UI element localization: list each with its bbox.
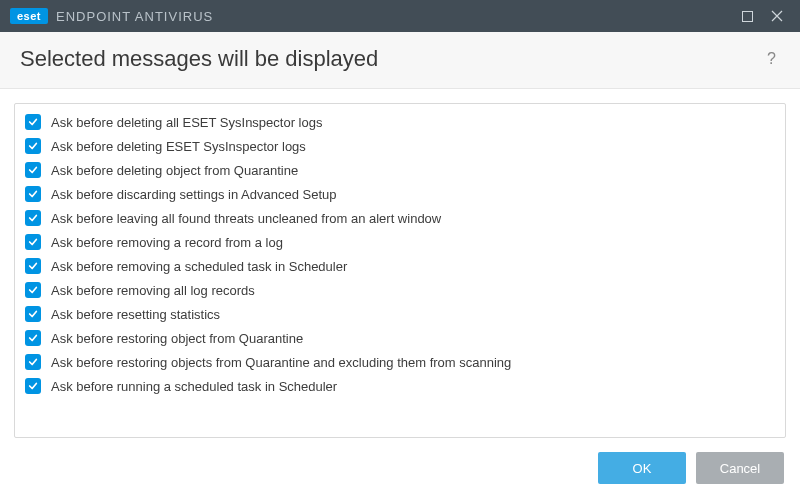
list-item[interactable]: Ask before restoring objects from Quaran…	[19, 350, 781, 374]
checkbox[interactable]	[25, 258, 41, 274]
list-item-label: Ask before deleting ESET SysInspector lo…	[51, 139, 306, 154]
list-item-label: Ask before removing all log records	[51, 283, 255, 298]
list-item-label: Ask before deleting object from Quaranti…	[51, 163, 298, 178]
list-item-label: Ask before running a scheduled task in S…	[51, 379, 337, 394]
list-item-label: Ask before removing a scheduled task in …	[51, 259, 347, 274]
cancel-button[interactable]: Cancel	[696, 452, 784, 484]
list-item[interactable]: Ask before removing a record from a log	[19, 230, 781, 254]
maximize-button[interactable]	[732, 0, 762, 32]
brand-badge: eset	[10, 8, 48, 24]
list-item[interactable]: Ask before removing all log records	[19, 278, 781, 302]
check-icon	[28, 189, 38, 199]
list-item[interactable]: Ask before deleting all ESET SysInspecto…	[19, 110, 781, 134]
checkbox[interactable]	[25, 114, 41, 130]
footer: OK Cancel	[0, 438, 800, 500]
checkbox[interactable]	[25, 162, 41, 178]
list-item[interactable]: Ask before removing a scheduled task in …	[19, 254, 781, 278]
list-item[interactable]: Ask before deleting object from Quaranti…	[19, 158, 781, 182]
message-list[interactable]: Ask before deleting all ESET SysInspecto…	[14, 103, 786, 438]
check-icon	[28, 213, 38, 223]
check-icon	[28, 309, 38, 319]
list-item[interactable]: Ask before deleting ESET SysInspector lo…	[19, 134, 781, 158]
checkbox[interactable]	[25, 210, 41, 226]
check-icon	[28, 381, 38, 391]
close-icon	[771, 10, 783, 22]
titlebar: eset ENDPOINT ANTIVIRUS	[0, 0, 800, 32]
list-item-label: Ask before removing a record from a log	[51, 235, 283, 250]
list-item[interactable]: Ask before discarding settings in Advanc…	[19, 182, 781, 206]
checkbox[interactable]	[25, 306, 41, 322]
content: Ask before deleting all ESET SysInspecto…	[0, 89, 800, 438]
check-icon	[28, 261, 38, 271]
ok-button[interactable]: OK	[598, 452, 686, 484]
list-item-label: Ask before leaving all found threats unc…	[51, 211, 441, 226]
checkbox[interactable]	[25, 138, 41, 154]
checkbox[interactable]	[25, 282, 41, 298]
checkbox[interactable]	[25, 330, 41, 346]
checkbox[interactable]	[25, 234, 41, 250]
close-button[interactable]	[762, 0, 792, 32]
check-icon	[28, 141, 38, 151]
checkbox[interactable]	[25, 186, 41, 202]
list-item-label: Ask before discarding settings in Advanc…	[51, 187, 336, 202]
check-icon	[28, 117, 38, 127]
list-item[interactable]: Ask before restoring object from Quarant…	[19, 326, 781, 350]
check-icon	[28, 285, 38, 295]
list-item-label: Ask before deleting all ESET SysInspecto…	[51, 115, 322, 130]
svg-rect-0	[742, 11, 752, 21]
list-item-label: Ask before restoring object from Quarant…	[51, 331, 303, 346]
check-icon	[28, 165, 38, 175]
page-title: Selected messages will be displayed	[20, 46, 378, 72]
check-icon	[28, 237, 38, 247]
list-item[interactable]: Ask before resetting statistics	[19, 302, 781, 326]
checkbox[interactable]	[25, 378, 41, 394]
check-icon	[28, 357, 38, 367]
help-icon[interactable]: ?	[763, 46, 780, 72]
check-icon	[28, 333, 38, 343]
list-item-label: Ask before resetting statistics	[51, 307, 220, 322]
maximize-icon	[742, 11, 753, 22]
list-item-label: Ask before restoring objects from Quaran…	[51, 355, 511, 370]
list-item[interactable]: Ask before running a scheduled task in S…	[19, 374, 781, 398]
list-item[interactable]: Ask before leaving all found threats unc…	[19, 206, 781, 230]
checkbox[interactable]	[25, 354, 41, 370]
brand-name: ENDPOINT ANTIVIRUS	[56, 9, 213, 24]
subheader: Selected messages will be displayed ?	[0, 32, 800, 89]
